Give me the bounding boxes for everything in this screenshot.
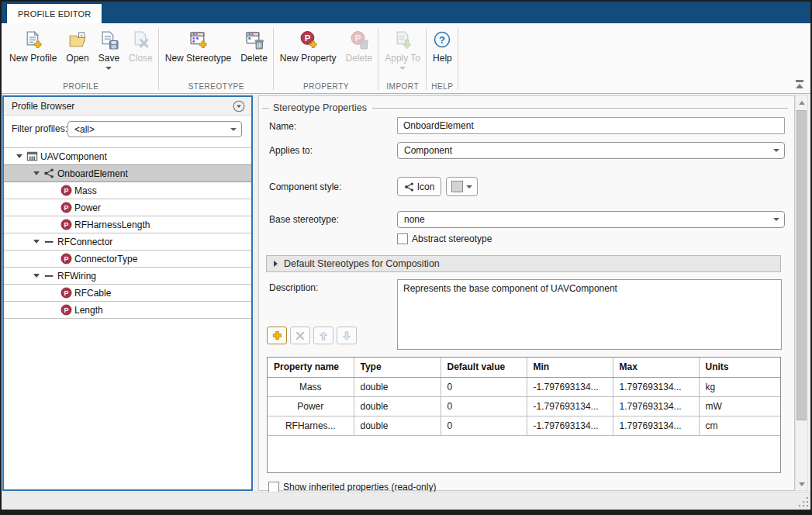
expander-icon[interactable] xyxy=(13,154,26,158)
delete-button-label: Delete xyxy=(346,51,373,64)
column-header-min: Min xyxy=(527,358,613,377)
scroll-up-arrow-icon[interactable] xyxy=(796,96,807,109)
connector-icon xyxy=(43,271,56,282)
tree-item-rfharnesslength[interactable]: PRFHarnessLength xyxy=(4,216,251,233)
applies-to-dropdown[interactable]: Component xyxy=(397,142,785,159)
expander-icon[interactable] xyxy=(30,274,43,278)
open-button[interactable]: Open xyxy=(61,28,93,73)
property-icon: P xyxy=(60,219,73,230)
toolbar-section-label: PROFILE xyxy=(3,82,159,91)
tree-item-rfcable[interactable]: PRFCable xyxy=(4,285,251,302)
abstract-stereotype-label: Abstract stereotype xyxy=(408,233,492,244)
profile-tree: UAVComponentOnboardElementPMassPPowerPRF… xyxy=(4,147,251,319)
dropdown-caret-icon xyxy=(105,64,112,73)
apply-to-icon xyxy=(393,28,413,51)
table-cell[interactable]: -1.797693134... xyxy=(527,396,613,416)
table-cell[interactable]: 1.797693134... xyxy=(613,396,699,416)
delete-button[interactable]: PDelete xyxy=(341,28,378,73)
table-cell[interactable]: -1.797693134... xyxy=(527,416,613,435)
new-profile-button[interactable]: New Profile xyxy=(5,28,61,73)
color-style-dropdown[interactable] xyxy=(446,177,478,196)
table-cell[interactable]: mW xyxy=(699,396,781,416)
scrollbar-thumb[interactable] xyxy=(796,110,807,420)
up-triangle xyxy=(799,101,805,105)
tree-item-onboardelement[interactable]: OnboardElement xyxy=(4,165,251,182)
svg-text:P: P xyxy=(64,255,69,263)
table-row[interactable]: Massdouble0-1.797693134...1.797693134...… xyxy=(268,377,781,396)
name-input[interactable] xyxy=(397,117,785,134)
description-textarea[interactable]: Represents the base component of UAVComp… xyxy=(397,279,782,350)
table-cell[interactable]: cm xyxy=(699,416,781,435)
new-property-button[interactable]: PNew Property xyxy=(275,28,341,73)
down-triangle xyxy=(799,482,805,486)
collapse-ribbon-icon[interactable] xyxy=(794,80,805,88)
filter-profiles-dropdown[interactable]: <all> xyxy=(67,121,242,137)
tab-profile-editor[interactable]: PROFILE EDITOR xyxy=(6,3,102,23)
icon-style-button[interactable]: Icon xyxy=(397,177,441,196)
scroll-down-arrow-icon[interactable] xyxy=(796,478,807,490)
svg-text:P: P xyxy=(64,187,69,195)
close-button-label: Close xyxy=(129,51,153,64)
toolbar-section-stereotype: New StereotypeDeleteSTEREOTYPE xyxy=(159,23,274,93)
table-cell[interactable]: Mass xyxy=(268,377,354,396)
column-header-units: Units xyxy=(699,358,781,377)
tree-item-mass[interactable]: PMass xyxy=(4,182,251,199)
table-row[interactable]: Powerdouble0-1.797693134...1.797693134..… xyxy=(268,396,781,416)
show-inherited-row: Show inherited properties (read-only) xyxy=(268,482,436,493)
table-cell[interactable]: kg xyxy=(699,377,781,396)
abstract-stereotype-checkbox[interactable] xyxy=(397,233,408,244)
save-button-label: Save xyxy=(98,51,119,64)
default-stereotypes-section[interactable]: Default Stereotypes for Composition xyxy=(266,255,781,272)
table-cell[interactable]: RFHarnes... xyxy=(268,416,354,435)
legend-line xyxy=(372,108,788,109)
description-label: Description: xyxy=(269,282,318,293)
help-button[interactable]: ?Help xyxy=(428,28,457,73)
table-cell[interactable]: 1.797693134... xyxy=(613,416,699,435)
apply-to-button[interactable]: Apply To xyxy=(380,28,425,73)
expander-icon[interactable] xyxy=(30,240,43,244)
tree-item-length[interactable]: PLength xyxy=(4,302,251,319)
toolbar-section-label: IMPORT xyxy=(378,82,427,91)
chevron-down-icon xyxy=(466,185,472,188)
move-up-button[interactable] xyxy=(313,327,333,344)
delete-button[interactable]: Delete xyxy=(236,28,272,73)
table-cell[interactable]: double xyxy=(354,416,441,435)
help-icon: ? xyxy=(433,28,451,51)
table-cell[interactable]: -1.797693134... xyxy=(527,377,613,396)
vertical-scrollbar[interactable] xyxy=(795,95,808,491)
resize-grip-icon[interactable] xyxy=(799,497,808,506)
help-button-label: Help xyxy=(433,51,452,64)
table-cell[interactable]: double xyxy=(354,396,441,416)
new-profile-button-label: New Profile xyxy=(9,51,57,64)
move-down-button[interactable] xyxy=(337,327,357,344)
add-property-button[interactable] xyxy=(267,327,287,344)
table-cell[interactable]: 1.797693134... xyxy=(613,377,699,396)
tree-item-connectortype[interactable]: PConnectorType xyxy=(4,251,251,268)
delete-property-row-button[interactable] xyxy=(290,327,310,344)
toolbar-button-row: Apply To xyxy=(380,23,425,73)
table-row[interactable]: RFHarnes...double0-1.797693134...1.79769… xyxy=(268,416,781,435)
toolbar-button-row: New ProfileOpenSaveClose xyxy=(5,23,157,73)
table-cell[interactable]: Power xyxy=(268,396,354,416)
table-cell[interactable]: double xyxy=(354,377,441,396)
show-inherited-checkbox[interactable] xyxy=(268,482,279,493)
tree-item-rfconnector[interactable]: RFConnector xyxy=(4,233,251,251)
plus-icon xyxy=(271,330,283,341)
profile-browser-header: Profile Browser xyxy=(4,97,251,116)
base-stereotype-dropdown[interactable]: none xyxy=(397,211,785,228)
filter-profiles-label: Filter profiles: xyxy=(12,123,67,134)
close-button[interactable]: Close xyxy=(124,28,157,73)
default-stereotypes-label: Default Stereotypes for Composition xyxy=(284,258,440,269)
table-cell[interactable]: 0 xyxy=(441,396,527,416)
tree-item-power[interactable]: PPower xyxy=(4,199,251,216)
table-cell[interactable]: 0 xyxy=(441,416,527,435)
chevron-down-icon xyxy=(773,218,779,221)
tree-item-rfwiring[interactable]: RFWiring xyxy=(4,268,251,285)
new-stereotype-button[interactable]: New Stereotype xyxy=(161,28,236,73)
save-button[interactable]: Save xyxy=(94,28,124,73)
expander-icon[interactable] xyxy=(30,171,43,175)
panel-menu-icon[interactable] xyxy=(233,100,245,112)
stereotype-properties-title: Stereotype Properties xyxy=(269,102,372,113)
table-cell[interactable]: 0 xyxy=(441,377,527,396)
tree-item-uavcomponent[interactable]: UAVComponent xyxy=(4,148,251,165)
